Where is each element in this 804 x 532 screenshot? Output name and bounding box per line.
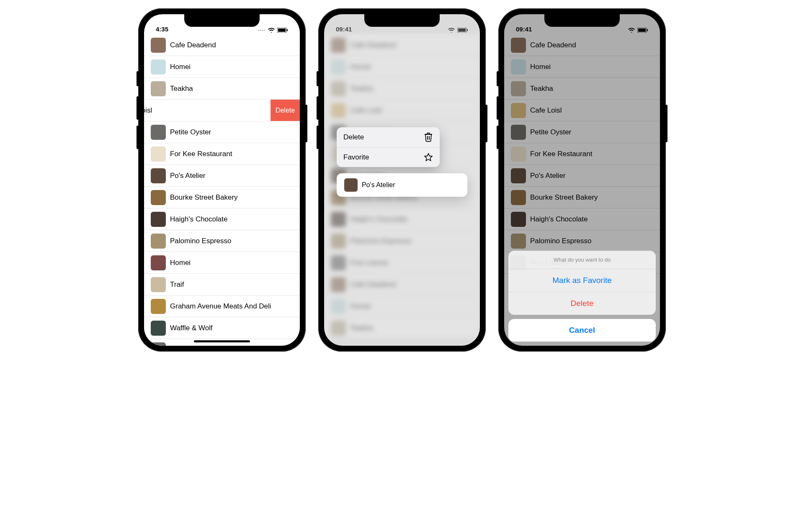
- table-row[interactable]: Palomino Espresso: [144, 230, 300, 252]
- preview-label: Po's Atelier: [362, 181, 460, 189]
- restaurant-thumbnail: [151, 234, 166, 249]
- star-icon: [424, 153, 433, 162]
- notch: [364, 14, 440, 27]
- restaurant-name: Waffle & Wolf: [170, 324, 293, 332]
- context-menu: Delete Favorite: [337, 127, 440, 167]
- context-preview[interactable]: Po's Atelier: [337, 173, 467, 197]
- restaurant-thumbnail: [151, 342, 166, 346]
- dots-icon: ••••: [258, 28, 265, 33]
- table-row[interactable]: Waffle & Wolf: [144, 317, 300, 339]
- swipe-delete-button[interactable]: Delete: [271, 100, 300, 121]
- table-row[interactable]: For Kee Restaurant: [144, 143, 300, 165]
- restaurant-name: Bourke Street Bakery: [170, 193, 293, 202]
- table-row[interactable]: Graham Avenue Meats And Deli: [144, 296, 300, 317]
- restaurant-thumbnail: [151, 168, 166, 183]
- restaurant-thumbnail: [151, 38, 166, 53]
- restaurant-thumbnail: [151, 212, 166, 227]
- table-row[interactable]: Haigh's Chocolate: [144, 208, 300, 230]
- restaurant-thumbnail: [151, 190, 166, 205]
- wifi-icon: [268, 28, 275, 33]
- table-row[interactable]: Homei: [144, 252, 300, 274]
- ctx-delete-label: Delete: [343, 133, 364, 141]
- sheet-title: What do you want to do: [508, 251, 656, 269]
- notch: [544, 14, 620, 27]
- phone-swipe-delete: 4:35 •••• Cafe DeadendHomeiTeakha afe Lo…: [138, 8, 306, 352]
- restaurant-name: Palomino Espresso: [170, 237, 293, 245]
- table-row[interactable]: Cafe Deadend: [144, 34, 300, 56]
- swiped-row[interactable]: afe Loisl Delete: [144, 100, 300, 121]
- action-sheet: What do you want to do Mark as Favorite …: [508, 251, 656, 342]
- restaurant-name: For Kee Restaurant: [170, 150, 293, 158]
- table-row[interactable]: Teakha: [144, 78, 300, 100]
- restaurant-thumbnail: [151, 146, 166, 162]
- table-row[interactable]: Bourke Street Bakery: [144, 187, 300, 208]
- restaurant-thumbnail: [151, 125, 166, 140]
- restaurant-name: Petite Oyster: [170, 128, 293, 136]
- restaurant-thumbnail: [151, 277, 166, 292]
- battery-icon: [277, 28, 288, 33]
- table-row[interactable]: Petite Oyster: [144, 121, 300, 143]
- sheet-mark-favorite[interactable]: Mark as Favorite: [508, 269, 656, 292]
- restaurant-name: Cafe Deadend: [170, 41, 293, 49]
- restaurant-name: Teakha: [170, 85, 293, 93]
- phone-action-sheet: 09:41 Cafe DeadendHomeiTeakhaCafe LoislP…: [498, 8, 666, 352]
- svg-rect-2: [287, 29, 288, 31]
- phone-context-menu: 09:41 Cafe DeadendHomeiTeakhaCafe LoislP…: [318, 8, 486, 352]
- restaurant-thumbnail: [151, 255, 166, 270]
- preview-thumbnail: [344, 178, 358, 192]
- ctx-delete[interactable]: Delete: [337, 127, 440, 148]
- table-row[interactable]: Homei: [144, 56, 300, 78]
- restaurant-name: Homei: [170, 259, 293, 267]
- home-indicator[interactable]: [194, 340, 250, 342]
- restaurant-name: Haigh's Chocolate: [170, 215, 293, 224]
- status-time: 4:35: [156, 26, 168, 33]
- restaurant-thumbnail: [151, 321, 166, 336]
- sheet-delete[interactable]: Delete: [508, 292, 656, 315]
- ctx-favorite-label: Favorite: [343, 153, 369, 162]
- svg-rect-1: [278, 28, 286, 32]
- restaurant-thumbnail: [151, 59, 166, 75]
- ctx-favorite[interactable]: Favorite: [337, 148, 440, 167]
- restaurant-name: Graham Avenue Meats And Deli: [170, 302, 293, 311]
- restaurant-name: Homei: [170, 63, 293, 71]
- swiped-row-label: afe Loisl: [144, 106, 268, 115]
- trash-icon: [424, 132, 433, 142]
- restaurant-thumbnail: [151, 81, 166, 96]
- restaurant-thumbnail: [151, 299, 166, 314]
- table-row[interactable]: Po's Atelier: [144, 165, 300, 187]
- restaurant-name: Five Leaves: [170, 346, 293, 346]
- sheet-cancel[interactable]: Cancel: [508, 319, 656, 342]
- notch: [184, 14, 260, 27]
- table-row[interactable]: Traif: [144, 274, 300, 296]
- restaurant-name: Po's Atelier: [170, 172, 293, 180]
- restaurant-name: Traif: [170, 280, 293, 289]
